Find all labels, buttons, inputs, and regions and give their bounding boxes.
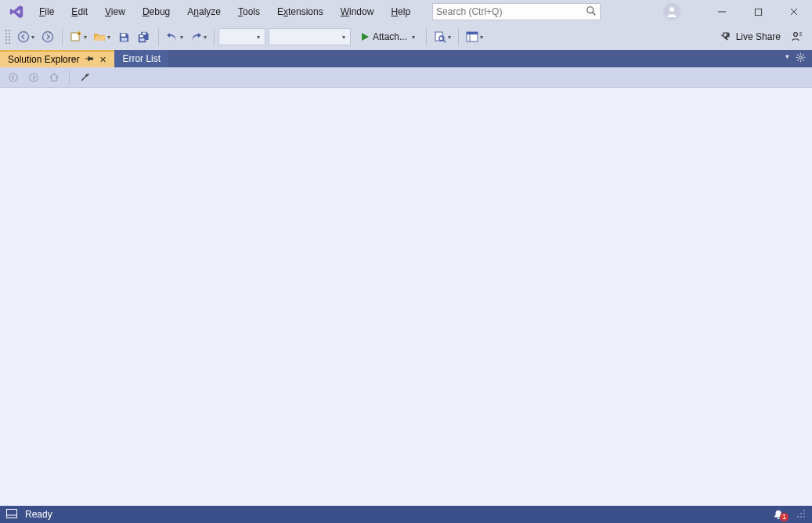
search-input[interactable]: [436, 6, 586, 17]
solution-config-combo[interactable]: ▾: [218, 28, 265, 45]
svg-point-38: [803, 513, 805, 514]
svg-point-7: [19, 32, 29, 42]
svg-rect-14: [139, 34, 143, 37]
toolbar-grip-icon[interactable]: [5, 29, 11, 45]
save-button[interactable]: [114, 27, 133, 46]
menu-analyze[interactable]: AnalyzeAnalyze: [179, 3, 229, 20]
solution-explorer-toolbar: [0, 67, 812, 88]
close-icon[interactable]: ✕: [99, 55, 106, 65]
nav-back-button[interactable]: ▾: [15, 27, 37, 46]
svg-point-39: [800, 513, 802, 514]
svg-point-33: [9, 73, 18, 81]
tab-solution-explorer[interactable]: Solution Explorer ✕: [0, 50, 114, 67]
chevron-down-icon[interactable]: ▾: [106, 34, 112, 41]
search-icon[interactable]: [586, 5, 597, 19]
svg-point-0: [587, 6, 594, 13]
chevron-down-icon[interactable]: ▾: [410, 34, 417, 41]
svg-point-42: [797, 516, 799, 518]
share-icon: [719, 31, 731, 42]
status-text: Ready: [25, 509, 52, 520]
svg-rect-15: [139, 38, 144, 41]
menu-tools[interactable]: ToolsTools: [230, 3, 268, 20]
svg-point-24: [799, 56, 803, 60]
toolbar-separator: [426, 28, 427, 45]
menu-extensions[interactable]: ExtensionsExtensions: [269, 3, 331, 20]
title-bar: FFileile EditEdit ViewView DebugDebug An…: [0, 0, 812, 23]
find-in-files-button[interactable]: ▾: [431, 27, 453, 46]
open-file-button[interactable]: ▾: [91, 27, 113, 46]
undo-button[interactable]: ▾: [164, 27, 186, 46]
gear-icon[interactable]: [796, 52, 806, 65]
toolbar-separator: [458, 28, 459, 45]
window-minimize-button[interactable]: [704, 0, 740, 23]
vs-logo-icon: [5, 4, 28, 20]
svg-rect-4: [755, 9, 761, 15]
window-close-button[interactable]: [776, 0, 812, 23]
notification-count-badge: 1: [780, 513, 789, 521]
window-maximize-button[interactable]: [740, 0, 776, 23]
explorer-forward-button[interactable]: [25, 69, 42, 86]
svg-point-2: [669, 7, 674, 12]
menu-help[interactable]: HelpHelp: [383, 3, 418, 20]
live-share-label: Live Share: [736, 31, 781, 42]
live-share-button[interactable]: Live Share: [719, 31, 781, 42]
status-bar: Ready 1: [0, 506, 812, 523]
toolbar-separator: [158, 28, 159, 45]
new-project-button[interactable]: ▾: [67, 27, 89, 46]
toolbar-separator: [214, 28, 215, 45]
layout-button[interactable]: ▾: [464, 27, 485, 46]
document-tab-strip: Solution Explorer ✕ Error List ▾: [0, 50, 812, 67]
explorer-back-button[interactable]: [5, 69, 22, 86]
pin-icon[interactable]: [85, 54, 93, 65]
output-pane-icon[interactable]: [6, 509, 17, 521]
toolbar-separator: [62, 28, 63, 45]
menu-edit[interactable]: EditEdit: [63, 3, 96, 20]
svg-rect-12: [121, 38, 127, 41]
svg-line-31: [797, 60, 798, 60]
tab-label: Solution Explorer: [8, 54, 79, 65]
chevron-down-icon[interactable]: ▾: [202, 34, 208, 41]
chevron-down-icon[interactable]: ▾: [82, 34, 88, 41]
attach-debugger-button[interactable]: Attach... ▾: [355, 27, 421, 46]
save-all-button[interactable]: [135, 27, 153, 46]
chevron-down-icon: ▾: [341, 34, 347, 41]
tab-error-list[interactable]: Error List: [114, 50, 168, 67]
svg-point-34: [30, 73, 38, 81]
attach-label: Attach...: [373, 31, 407, 42]
svg-rect-35: [7, 509, 17, 518]
svg-rect-20: [467, 32, 478, 34]
chevron-down-icon[interactable]: ▾: [179, 34, 185, 41]
svg-point-37: [803, 510, 805, 511]
explorer-home-button[interactable]: [45, 69, 63, 86]
redo-button[interactable]: ▾: [187, 27, 209, 46]
svg-line-29: [797, 54, 798, 55]
resize-grip-icon[interactable]: [796, 509, 806, 521]
main-menu: FFileile EditEdit ViewView DebugDebug An…: [31, 3, 418, 20]
main-toolbar: ▾ ▾ ▾ ▾ ▾ ▾ ▾ Attach... ▾ ▾: [0, 23, 812, 50]
chevron-down-icon: ▾: [255, 34, 262, 41]
toolbar-separator: [69, 70, 70, 85]
menu-debug[interactable]: DebugDebug: [135, 3, 178, 20]
svg-line-30: [803, 60, 803, 60]
user-avatar-icon[interactable]: [663, 3, 680, 20]
svg-point-23: [794, 33, 798, 37]
explorer-properties-button[interactable]: [76, 69, 93, 86]
search-box[interactable]: [432, 3, 601, 20]
tab-overflow-icon[interactable]: ▾: [785, 52, 789, 65]
feedback-button[interactable]: [788, 27, 807, 46]
svg-rect-13: [142, 32, 145, 34]
solution-platform-combo[interactable]: ▾: [269, 28, 351, 45]
play-icon: [360, 32, 370, 41]
svg-line-32: [803, 54, 803, 55]
menu-window[interactable]: WindowWindow: [333, 3, 382, 20]
svg-rect-11: [121, 33, 125, 36]
notifications-button[interactable]: 1: [773, 509, 784, 520]
tab-label: Error List: [122, 53, 161, 64]
menu-view[interactable]: ViewView: [97, 3, 133, 20]
nav-forward-button[interactable]: [38, 27, 57, 46]
chevron-down-icon[interactable]: ▾: [30, 34, 36, 41]
chevron-down-icon[interactable]: ▾: [478, 34, 485, 41]
chevron-down-icon[interactable]: ▾: [446, 34, 453, 41]
svg-point-41: [800, 516, 802, 518]
menu-file[interactable]: FFileile: [31, 3, 62, 20]
